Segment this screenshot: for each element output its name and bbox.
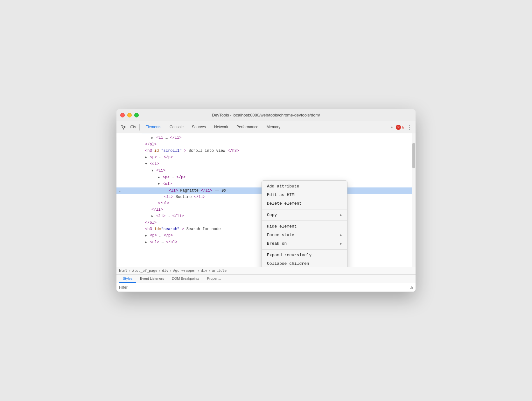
breadcrumb-gc-wrapper[interactable]: #gc-wrapper [173,269,196,273]
menu-item-force-state[interactable]: Force state ▶ [262,231,347,239]
error-icon: ✕ [396,125,401,130]
dom-line: ▶ <li … </li> [116,135,416,141]
breadcrumb-sep: › [159,269,161,273]
tab-memory[interactable]: Memory [263,121,284,133]
menu-separator [262,221,347,221]
inspect-icon[interactable] [119,123,128,132]
dom-line: </ol> [116,141,416,148]
dom-line: ▶ <p> … </p> [116,174,416,181]
filter-hint: :h [410,285,413,289]
svg-rect-0 [131,126,134,128]
submenu-arrow: ▶ [340,213,342,217]
tab-sources[interactable]: Sources [188,121,210,133]
more-options-button[interactable]: ⋮ [405,123,413,131]
menu-item-expand-recursively[interactable]: Expand recursively [262,251,347,259]
maximize-button[interactable] [134,113,139,117]
breadcrumb: html › #top_of_page › div › #gc-wrapper … [116,267,416,274]
panel-tab-properties[interactable]: Proper… [203,275,225,283]
menu-item-delete-element[interactable]: Delete element [262,199,347,208]
window-title: DevTools - localhost:8080/web/tools/chro… [212,113,320,117]
submenu-arrow: ▶ [340,233,342,237]
toolbar-right: » ✕ 6 ⋮ [389,121,413,133]
menu-item-collapse-children[interactable]: Collapse children [262,259,347,267]
tab-performance[interactable]: Performance [233,121,262,133]
breadcrumb-sep: › [129,269,131,273]
context-menu: Add attribute Edit as HTML Delete elemen… [262,180,347,267]
tab-elements[interactable]: Elements [142,121,165,133]
devtools-toolbar: Elements Console Sources Network Perform… [116,121,416,133]
breadcrumb-article[interactable]: article [212,269,227,273]
scrollbar-thumb[interactable] [412,143,415,168]
filter-bar: :h [116,283,416,292]
dom-line: <h3 id="scroll1" > Scroll into view </h3… [116,148,416,154]
menu-item-hide-element[interactable]: Hide element [262,222,347,231]
menu-item-add-attribute[interactable]: Add attribute [262,182,347,191]
scrollbar[interactable] [412,133,416,267]
main-panel: ▶ <li … </li> </ol> <h3 id="scroll1" > S… [116,133,416,292]
menu-item-edit-as-html[interactable]: Edit as HTML [262,191,347,199]
more-tabs-button[interactable]: » [389,121,395,133]
toolbar-separator [139,124,140,130]
breadcrumb-html[interactable]: html [119,269,128,273]
breadcrumb-sep: › [208,269,211,273]
dom-line: ▼ <li> [116,167,416,174]
breadcrumb-sep: › [170,269,172,273]
panel-tabs: Styles Event Listeners DOM Breakpoints P… [116,275,416,283]
breadcrumb-top-of-page[interactable]: #top_of_page [132,269,157,273]
breadcrumb-div2[interactable]: div [201,269,207,273]
submenu-arrow: ▶ [340,242,342,246]
dom-panel[interactable]: ▶ <li … </li> </ol> <h3 id="scroll1" > S… [116,133,416,267]
tab-console[interactable]: Console [166,121,187,133]
error-badge[interactable]: ✕ 6 [396,125,404,130]
minimize-button[interactable] [127,113,132,117]
dom-line: ▶ <p> … </p> [116,154,416,161]
panel-tab-event-listeners[interactable]: Event Listeners [136,275,168,283]
panel-tab-styles[interactable]: Styles [119,275,136,283]
window-controls [120,113,139,117]
menu-item-break-on[interactable]: Break on ▶ [262,239,347,248]
tab-network[interactable]: Network [210,121,232,133]
titlebar: DevTools - localhost:8080/web/tools/chro… [116,109,416,121]
panel-tab-dom-breakpoints[interactable]: DOM Breakpoints [168,275,203,283]
bottom-panel: Styles Event Listeners DOM Breakpoints P… [116,274,416,292]
device-toggle-icon[interactable] [129,123,137,132]
dom-line: ▼ <ol> [116,161,416,167]
close-button[interactable] [120,113,125,117]
menu-item-copy[interactable]: Copy ▶ [262,211,347,219]
menu-separator [262,249,347,250]
menu-separator [262,209,347,209]
breadcrumb-sep: › [198,269,200,273]
svg-rect-1 [134,126,135,128]
breadcrumb-div[interactable]: div [162,269,168,273]
devtools-window: DevTools - localhost:8080/web/tools/chro… [116,109,416,292]
filter-input[interactable] [119,285,410,290]
